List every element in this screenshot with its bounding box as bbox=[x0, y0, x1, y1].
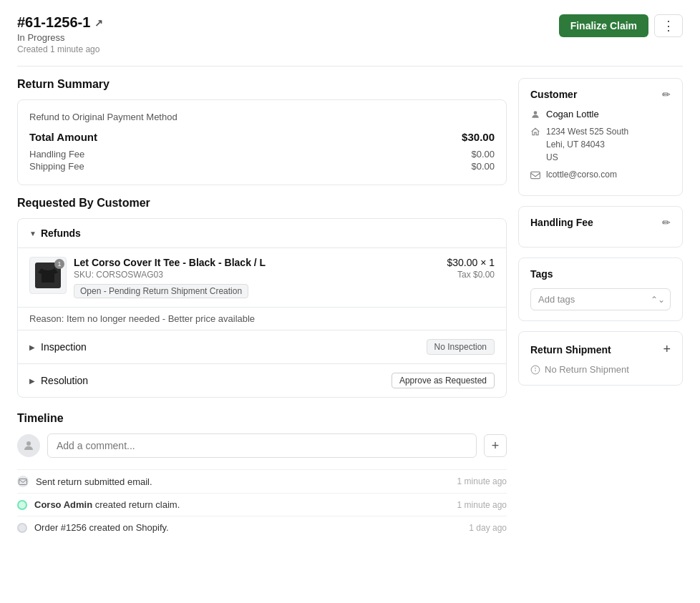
customer-person-icon bbox=[530, 109, 540, 119]
svg-point-2 bbox=[534, 111, 538, 114]
person-icon bbox=[22, 439, 35, 452]
customer-name: Cogan Lottle bbox=[546, 109, 599, 119]
refunds-section: ▼ Refunds bbox=[17, 218, 507, 398]
event-text-created: Corso Admin created return claim. bbox=[34, 499, 180, 510]
user-avatar bbox=[17, 434, 40, 457]
event-text-order: Order #1256 created on Shopify. bbox=[34, 522, 169, 533]
finalize-claim-button[interactable]: Finalize Claim bbox=[559, 14, 648, 37]
tags-card: Tags Add tags ⌃⌄ bbox=[518, 258, 683, 321]
timeline-event-created: Corso Admin created return claim. 1 minu… bbox=[17, 493, 507, 516]
timeline-section: Timeline + bbox=[17, 412, 507, 539]
return-summary-card: Refund to Original Payment Method Total … bbox=[17, 99, 507, 185]
product-name: Let Corso Cover It Tee - Black - Black /… bbox=[74, 257, 266, 268]
resolution-expand-arrow: ▶ bbox=[29, 377, 35, 385]
comment-input[interactable] bbox=[47, 433, 477, 458]
event-icon-created bbox=[17, 500, 27, 510]
created-text: Created 1 minute ago bbox=[17, 44, 103, 54]
event-icon-order bbox=[17, 523, 27, 533]
resolution-row[interactable]: ▶ Resolution Approve as Requested bbox=[18, 364, 506, 397]
product-tax: Tax $0.00 bbox=[447, 270, 495, 280]
event-time-email: 1 minute ago bbox=[457, 476, 507, 486]
customer-email: lcottle@corso.com bbox=[546, 170, 617, 180]
no-shipment-text: No Return Shipment bbox=[545, 364, 629, 375]
product-status-badge: Open - Pending Return Shipment Creation bbox=[74, 284, 248, 298]
requested-by-title: Requested By Customer bbox=[17, 197, 507, 210]
customer-card-title: Customer bbox=[530, 89, 577, 100]
customer-address-country: US bbox=[546, 151, 628, 164]
status-badge: In Progress bbox=[17, 32, 103, 43]
refund-item: 1 Let Corso Cover It Tee - Black - Black… bbox=[18, 248, 506, 308]
handling-fee-card: Handling Fee ✏ bbox=[518, 206, 683, 247]
info-icon bbox=[530, 365, 540, 375]
approve-as-requested-badge: Approve as Requested bbox=[392, 373, 495, 388]
customer-address-row: 1234 West 525 South Lehi, UT 84043 US bbox=[530, 125, 671, 164]
total-amount-label: Total Amount bbox=[29, 131, 97, 143]
shipping-fee-label: Shipping Fee bbox=[29, 161, 84, 172]
total-amount-value: $30.00 bbox=[462, 131, 495, 143]
timeline-event-email: Sent return submitted email. 1 minute ag… bbox=[17, 469, 507, 493]
inspection-expand-arrow: ▶ bbox=[29, 343, 35, 351]
external-link-icon[interactable]: ↗ bbox=[94, 17, 103, 29]
tags-card-title: Tags bbox=[530, 268, 553, 280]
event-icon-email bbox=[17, 476, 29, 487]
customer-name-row: Cogan Lottle bbox=[530, 109, 671, 119]
svg-rect-1 bbox=[19, 479, 27, 484]
reason-label: Reason: bbox=[29, 313, 64, 324]
handling-fee-edit-icon[interactable]: ✏ bbox=[662, 217, 671, 228]
customer-email-icon bbox=[530, 171, 540, 180]
timeline-event-order: Order #1256 created on Shopify. 1 day ag… bbox=[17, 516, 507, 539]
customer-address-line2: Lehi, UT 84043 bbox=[546, 138, 628, 151]
refunds-label: Refunds bbox=[41, 227, 81, 239]
handling-fee-value: $0.00 bbox=[471, 149, 495, 160]
add-comment-button[interactable]: + bbox=[484, 434, 507, 457]
event-text-email: Sent return submitted email. bbox=[36, 476, 152, 487]
product-price: $30.00 × 1 bbox=[447, 257, 495, 268]
reason-row: Reason: Item no longer needed - Better p… bbox=[18, 308, 506, 330]
no-inspection-badge: No Inspection bbox=[427, 339, 495, 355]
no-shipment-row: No Return Shipment bbox=[530, 364, 671, 375]
reason-text: Item no longer needed - Better price ava… bbox=[67, 313, 255, 324]
more-options-button[interactable]: ⋮ bbox=[654, 14, 683, 37]
return-shipment-card: Return Shipment + No Return Shipment bbox=[518, 331, 683, 386]
return-shipment-title: Return Shipment bbox=[530, 344, 611, 356]
shipping-fee-value: $0.00 bbox=[471, 161, 495, 172]
inspection-row[interactable]: ▶ Inspection No Inspection bbox=[18, 330, 506, 364]
svg-rect-3 bbox=[531, 172, 540, 178]
event-time-order: 1 day ago bbox=[469, 523, 507, 533]
return-summary-title: Return Summary bbox=[17, 78, 507, 91]
refunds-header[interactable]: ▼ Refunds bbox=[18, 219, 506, 248]
customer-address-line1: 1234 West 525 South bbox=[546, 125, 628, 138]
customer-home-icon bbox=[530, 127, 540, 137]
svg-point-0 bbox=[26, 441, 31, 446]
tags-wrapper: Add tags ⌃⌄ bbox=[530, 288, 671, 310]
product-qty-badge: 1 bbox=[54, 259, 64, 269]
collapse-icon: ▼ bbox=[29, 230, 37, 237]
customer-card: Customer ✏ Cogan Lottle 1234 West 525 So… bbox=[518, 78, 683, 196]
tags-select[interactable]: Add tags bbox=[530, 288, 671, 310]
timeline-title: Timeline bbox=[17, 412, 507, 425]
resolution-label: Resolution bbox=[41, 375, 88, 386]
handling-fee-card-title: Handling Fee bbox=[530, 217, 593, 228]
customer-edit-icon[interactable]: ✏ bbox=[662, 89, 671, 100]
inspection-label: Inspection bbox=[41, 341, 87, 353]
product-sku: SKU: CORSOSWAG03 bbox=[74, 270, 266, 280]
product-image: 1 bbox=[29, 257, 67, 294]
refund-method-label: Refund to Original Payment Method bbox=[29, 112, 495, 122]
event-time-created: 1 minute ago bbox=[457, 500, 507, 510]
customer-email-row: lcottle@corso.com bbox=[530, 170, 671, 180]
handling-fee-label: Handling Fee bbox=[29, 149, 84, 160]
add-return-shipment-icon[interactable]: + bbox=[663, 342, 671, 357]
claim-id: #61-1256-1 ↗ bbox=[17, 14, 103, 31]
